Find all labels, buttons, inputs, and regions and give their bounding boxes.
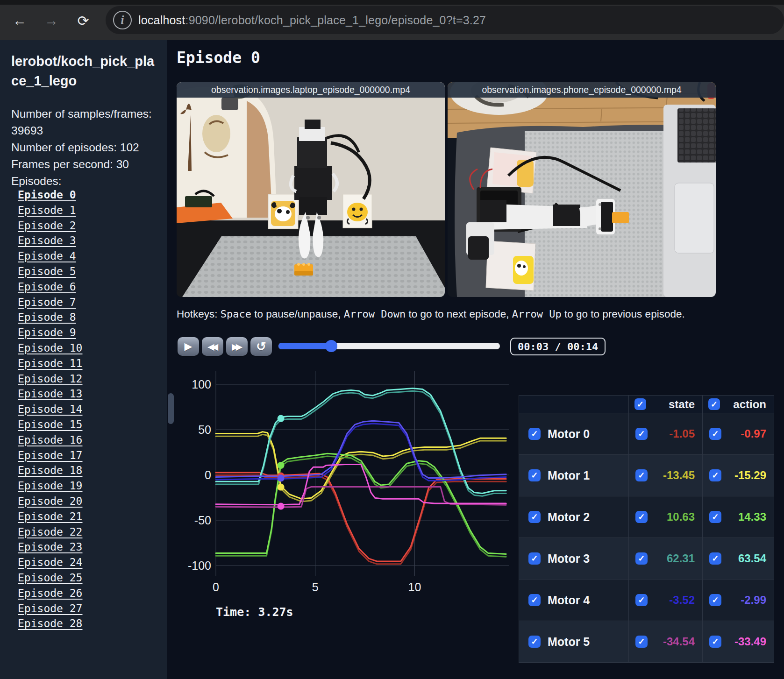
seek-slider[interactable] [278, 343, 500, 349]
episode-link[interactable]: Episode 15 [18, 418, 158, 434]
motor-label: Motor 4 [548, 594, 590, 607]
fast-forward-button[interactable]: ▶▶ [226, 337, 248, 356]
browser-top-strip [0, 0, 784, 5]
episode-link[interactable]: Episode 24 [18, 556, 158, 572]
video-title-laptop: observation.images.laptop_episode_000000… [177, 82, 445, 98]
y-axis-tick: 50 [198, 423, 211, 436]
current-time-marker [278, 484, 285, 491]
episode-link[interactable]: Episode 8 [18, 311, 158, 326]
dataset-info: Number of samples/frames: 39693 Number o… [11, 106, 163, 190]
phone-camera-frame [448, 82, 716, 297]
checkbox[interactable]: ✓ [635, 636, 648, 648]
checkbox[interactable]: ✓ [528, 428, 541, 440]
lerobot-dataset-visualizer: ← → ⟳ i localhost:9090/lerobot/koch_pick… [0, 0, 784, 679]
browser-back-icon[interactable]: ← [9, 10, 30, 31]
address-bar[interactable]: i localhost:9090/lerobot/koch_pick_place… [106, 6, 784, 34]
motor-name-cell: ✓Motor 1 [519, 455, 629, 496]
episode-link[interactable]: Episode 9 [18, 326, 158, 342]
checkbox[interactable]: ✓ [709, 636, 721, 648]
checkbox[interactable]: ✓ [635, 469, 648, 481]
episode-link[interactable]: Episode 23 [18, 541, 158, 556]
motor-action-cell: ✓-2.99 [703, 580, 774, 621]
motor-label: Motor 5 [548, 635, 590, 649]
motor-label: Motor 2 [548, 510, 590, 524]
action-value: -0.97 [741, 427, 766, 440]
video-phone-camera[interactable]: observation.images.phone_episode_000000.… [448, 82, 716, 297]
x-axis-tick: 5 [312, 580, 319, 594]
episode-link[interactable]: Episode 27 [18, 602, 158, 618]
episode-link[interactable]: Episode 19 [18, 480, 158, 495]
checkbox[interactable]: ✓ [709, 428, 721, 440]
motor-state-cell: ✓-1.05 [629, 413, 703, 455]
checkbox[interactable]: ✓ [635, 552, 648, 565]
laptop-camera-frame [177, 82, 445, 297]
episode-link[interactable]: Episode 5 [18, 265, 158, 281]
episode-link[interactable]: Episode 22 [18, 526, 158, 541]
play-button[interactable]: ▶ [178, 337, 199, 356]
video-laptop-camera[interactable]: observation.images.laptop_episode_000000… [177, 82, 445, 297]
episode-link[interactable]: Episode 4 [18, 250, 158, 265]
checkbox[interactable]: ✓ [709, 594, 721, 606]
episode-link[interactable]: Episode 20 [18, 495, 158, 510]
checkbox[interactable]: ✓ [635, 511, 648, 523]
episode-link[interactable]: Episode 6 [18, 281, 158, 296]
episode-link[interactable]: Episode 7 [18, 296, 158, 311]
series-action-motor-5 [216, 465, 506, 505]
episode-link[interactable]: Episode 16 [18, 434, 158, 449]
rewind-button[interactable]: ◀◀ [202, 337, 223, 356]
action-value: -15.29 [734, 469, 766, 482]
table-header-empty [519, 396, 629, 413]
checkbox[interactable]: ✓ [708, 398, 720, 410]
episode-link[interactable]: Episode 0 [18, 189, 158, 204]
motor-action-cell: ✓-33.49 [703, 621, 774, 663]
sidebar-resize-handle[interactable] [168, 393, 174, 424]
motor-state-cell: ✓10.63 [629, 496, 703, 538]
episode-link[interactable]: Episode 18 [18, 464, 158, 480]
table-header-action: ✓action [703, 396, 774, 413]
checkbox[interactable]: ✓ [635, 428, 648, 440]
episode-link[interactable]: Episode 11 [18, 357, 158, 373]
checkbox[interactable]: ✓ [709, 511, 721, 523]
episode-link[interactable]: Episode 13 [18, 388, 158, 403]
checkbox[interactable]: ✓ [528, 636, 541, 648]
episode-link[interactable]: Episode 3 [18, 234, 158, 250]
episode-link[interactable]: Episode 10 [18, 342, 158, 357]
motor-state-cell: ✓62.31 [629, 538, 703, 580]
motor-chart[interactable]: 100500-50-1000510 [177, 367, 510, 631]
x-axis-tick: 10 [408, 580, 421, 594]
lego-brick-top [612, 212, 629, 223]
action-value: 14.33 [738, 510, 766, 523]
checkbox[interactable]: ✓ [635, 594, 648, 606]
checkbox[interactable]: ✓ [709, 552, 721, 565]
space-key: Space [221, 308, 251, 320]
episode-link[interactable]: Episode 14 [18, 403, 158, 418]
checkbox[interactable]: ✓ [709, 469, 721, 481]
browser-forward-icon[interactable]: → [41, 10, 62, 31]
browser-reload-icon[interactable]: ⟳ [73, 10, 93, 31]
current-time-marker [278, 474, 285, 481]
motor-name-cell: ✓Motor 3 [519, 538, 629, 580]
checkbox[interactable]: ✓ [528, 511, 541, 523]
y-axis-tick: 100 [192, 378, 211, 391]
episode-link[interactable]: Episode 17 [18, 449, 158, 465]
episode-link[interactable]: Episode 1 [18, 204, 158, 219]
chart-time-label: Time: 3.27s [216, 605, 293, 619]
checkbox[interactable]: ✓ [528, 552, 541, 565]
seek-slider-fill [278, 343, 331, 349]
site-info-icon[interactable]: i [113, 11, 132, 29]
checkbox[interactable]: ✓ [528, 469, 541, 481]
samples-count: Number of samples/frames: 39693 [11, 106, 163, 139]
episode-link[interactable]: Episode 2 [18, 219, 158, 235]
seek-slider-thumb[interactable] [325, 340, 337, 352]
checkbox[interactable]: ✓ [634, 398, 646, 410]
loop-button[interactable]: ↻ [250, 337, 272, 356]
smiley-box-top [487, 148, 536, 193]
episode-link[interactable]: Episode 25 [18, 572, 158, 587]
current-time-marker [278, 503, 285, 510]
episode-link[interactable]: Episode 12 [18, 373, 158, 388]
episode-link[interactable]: Episode 21 [18, 510, 158, 526]
checkbox[interactable]: ✓ [528, 594, 541, 606]
page-title: Episode 0 [177, 49, 260, 67]
episode-link[interactable]: Episode 28 [18, 617, 158, 633]
episode-link[interactable]: Episode 26 [18, 587, 158, 602]
